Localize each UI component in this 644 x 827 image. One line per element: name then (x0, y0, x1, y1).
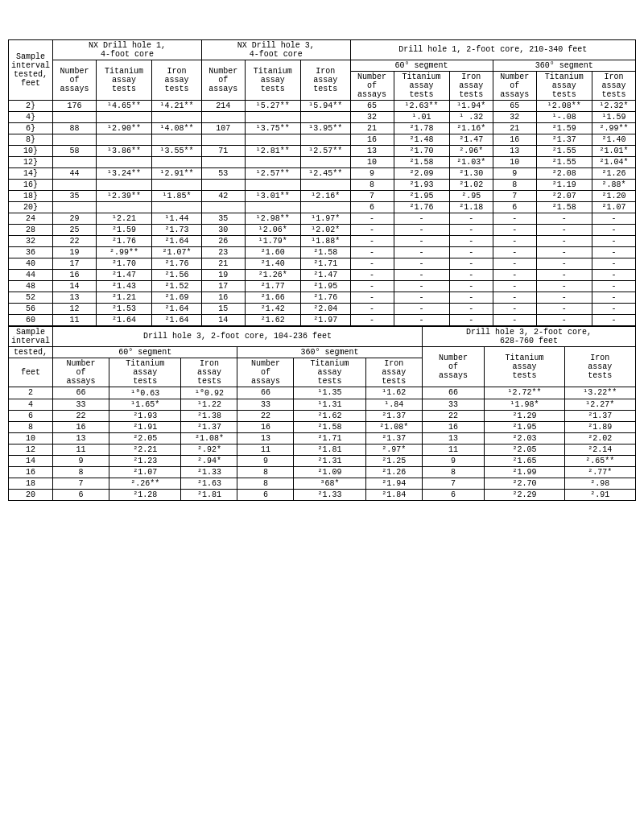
cell2-ti2: ²1.71 (294, 432, 365, 444)
cell-fe1 (152, 201, 202, 213)
cell2-n3: 16 (422, 421, 485, 432)
col-ti2: Titaniumassaytests (245, 60, 300, 100)
col-n3a: Numberofassays (350, 71, 394, 100)
cell2-fe2: ²1.26 (365, 466, 422, 478)
cell-ti2: ¹2.06* (245, 224, 300, 235)
cell-fe3b: ²1.20 (592, 190, 635, 201)
cell-fe3b: - (592, 213, 635, 224)
cell-ti3a: - (394, 280, 449, 292)
cell-ti2 (245, 179, 300, 190)
cell2-ti1: ²1.28 (109, 489, 180, 500)
cell-fe2 (300, 156, 350, 167)
cell-fe3b: ².88* (592, 179, 635, 190)
cell2-ti1: ²1.93 (109, 410, 180, 421)
cell-ti2: ²1.66 (245, 292, 300, 303)
cell-fe2: ²1.76 (300, 292, 350, 303)
cell2-ti1: ²2.05 (109, 432, 180, 444)
cell-ti3a: - (394, 246, 449, 258)
cell2-fe2: ²1.08* (365, 421, 422, 432)
interval-cell: 4} (9, 111, 53, 122)
cell-n1 (53, 179, 97, 190)
cell-n1: 22 (53, 235, 97, 246)
cell2-ti3: ²1.99 (485, 466, 564, 478)
cell-ti3a: ²1.58 (394, 156, 449, 167)
cell2-n1: 6 (53, 489, 109, 500)
cell-fe2: ¹3.95** (300, 122, 350, 134)
cell-ti3b: ²2.08 (536, 167, 592, 179)
cell-fe1 (152, 156, 202, 167)
cell-fe3a: - (449, 258, 493, 269)
cell-n2: 53 (201, 167, 245, 179)
cell-fe1: ²1.76 (152, 258, 202, 269)
cell-n3b: 16 (493, 134, 536, 145)
cell2-n3: 6 (422, 489, 485, 500)
col-n2: Numberofassays (201, 60, 245, 100)
cell2-ti3: ²1.29 (485, 410, 564, 421)
cell2-n1: 9 (53, 455, 109, 466)
cell-ti3a: - (394, 213, 449, 224)
cell-n2: 23 (201, 246, 245, 258)
cell2-n1: 8 (53, 466, 109, 478)
cell-n2: 35 (201, 213, 245, 224)
col-fe-60: Ironassaytests (181, 358, 237, 387)
cell-fe3b: ².99** (592, 122, 635, 134)
cell-fe1: ²1.69 (152, 292, 202, 303)
cell-n3b: 32 (493, 111, 536, 122)
cell-fe3b: ²1.26 (592, 167, 635, 179)
cell-n2: 21 (201, 258, 245, 269)
cell2-n2: 6 (237, 489, 294, 500)
cell2-ti1: ²1.07 (109, 466, 180, 478)
cell-fe1: ¹3.55** (152, 145, 202, 156)
cell2-fe2: ²1.84 (365, 489, 422, 500)
cell-n3b: - (493, 246, 536, 258)
interval-cell: 14} (9, 167, 53, 179)
cell-ti3b: ²1.55 (536, 156, 592, 167)
cell-fe2: ²1.58 (300, 246, 350, 258)
col-ti1: Titaniumassaytests (97, 60, 152, 100)
interval-cell: 20} (9, 201, 53, 213)
cell-fe3a: - (449, 292, 493, 303)
cell-ti3a: ²1.48 (394, 134, 449, 145)
cell-fe3a: ¹1.94* (449, 100, 493, 111)
cell2-fe2: ²1.37 (365, 432, 422, 444)
cell-n1: 13 (53, 292, 97, 303)
cell-ti2: ¹5.27** (245, 100, 300, 111)
cell2-ti2: ¹1.35 (294, 387, 365, 399)
cell2-n2: 11 (237, 444, 294, 455)
cell-fe1: ¹2.91** (152, 167, 202, 179)
cell-n1: 58 (53, 145, 97, 156)
cell-ti3a: ²1.93 (394, 179, 449, 190)
cell-fe2: ²2.04 (300, 303, 350, 314)
cell-n1: 11 (53, 314, 97, 325)
cell2-n2: 8 (237, 466, 294, 478)
interval-cell-2: 8 (9, 421, 53, 432)
cell-fe2: ²1.47 (300, 269, 350, 280)
cell-ti2 (245, 201, 300, 213)
cell-fe3a: - (449, 213, 493, 224)
cell-fe3a: - (449, 280, 493, 292)
cell-ti1 (97, 201, 152, 213)
cell2-fe3: ²2.14 (564, 444, 635, 455)
cell-fe3b: - (592, 258, 635, 269)
cell-fe3a: ²1.03* (449, 156, 493, 167)
cell2-fe3: ²2.02 (564, 432, 635, 444)
cell-fe1: ²1.56 (152, 269, 202, 280)
cell-n2: 214 (201, 100, 245, 111)
cell2-n3: 9 (422, 455, 485, 466)
cell-fe3a: ²1.02 (449, 179, 493, 190)
cell2-fe3: ¹3.22** (564, 387, 635, 399)
col-360seg: 360° segment (493, 60, 635, 71)
cell-fe1: ²1.73 (152, 224, 202, 235)
interval-cell: 52 (9, 292, 53, 303)
cell2-fe3: ¹2.27* (564, 399, 635, 410)
cell2-ti3: ²1.65 (485, 455, 564, 466)
cell-n2: 26 (201, 235, 245, 246)
cell-ti2: ¹2.57** (245, 167, 300, 179)
cell-fe1 (152, 179, 202, 190)
table2-header: Sampleinterval Drill hole 3, 2-foot core… (8, 326, 636, 501)
cell-n2: 16 (201, 292, 245, 303)
interval-cell: 44 (9, 269, 53, 280)
cell-ti1: ¹4.65** (97, 100, 152, 111)
cell-fe2: ¹2.45** (300, 167, 350, 179)
cell-ti1: ¹3.86** (97, 145, 152, 156)
